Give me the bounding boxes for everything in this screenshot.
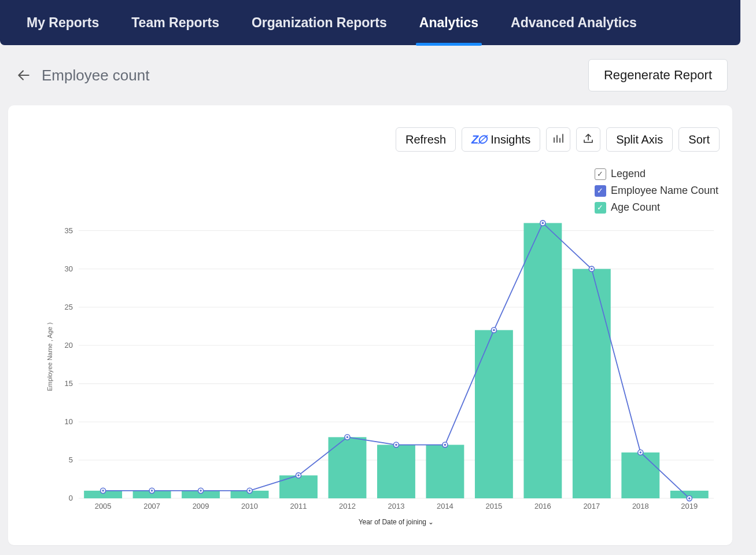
legend-toggle[interactable]: ✓ Legend <box>595 168 718 180</box>
svg-text:2005: 2005 <box>95 502 112 510</box>
page-header: Employee count Regenerate Report <box>0 45 740 105</box>
svg-point-38 <box>297 475 300 477</box>
page-title: Employee count <box>42 67 149 84</box>
svg-text:2019: 2019 <box>681 502 698 510</box>
export-icon <box>582 133 594 147</box>
svg-text:2015: 2015 <box>485 502 502 510</box>
zia-icon: Z∅ <box>471 133 486 146</box>
back-arrow-icon[interactable] <box>16 68 31 83</box>
svg-text:2012: 2012 <box>339 502 356 510</box>
svg-point-46 <box>493 329 495 332</box>
bar-chart-icon <box>552 133 564 147</box>
svg-text:2017: 2017 <box>583 502 600 510</box>
chart-area: 0510152025303520052007200920102011201220… <box>44 209 720 528</box>
svg-point-48 <box>542 222 544 225</box>
split-axis-button[interactable]: Split Axis <box>606 127 673 152</box>
legend-title: Legend <box>611 168 646 180</box>
chart-card: Refresh Z∅ Insights Split Axis Sort ✓ <box>8 105 732 545</box>
refresh-button[interactable]: Refresh <box>396 127 456 152</box>
chart-toolbar: Refresh Z∅ Insights Split Axis Sort <box>396 127 720 152</box>
svg-point-30 <box>102 490 104 492</box>
insights-label: Insights <box>491 133 530 146</box>
svg-point-44 <box>444 444 447 446</box>
svg-rect-24 <box>475 330 513 498</box>
svg-rect-26 <box>573 269 611 498</box>
svg-point-54 <box>688 497 691 499</box>
svg-text:Employee Name , Age ⟩: Employee Name , Age ⟩ <box>46 322 53 391</box>
svg-rect-25 <box>523 223 562 498</box>
sort-button[interactable]: Sort <box>678 127 720 152</box>
svg-text:25: 25 <box>64 303 72 311</box>
check-icon: ✓ <box>595 168 606 180</box>
legend-item-label: Employee Name Count <box>611 185 718 197</box>
svg-text:10: 10 <box>64 417 72 426</box>
svg-rect-27 <box>621 453 659 498</box>
svg-text:2010: 2010 <box>241 502 258 510</box>
nav-tab-organization-reports[interactable]: Organization Reports <box>252 1 387 45</box>
svg-text:30: 30 <box>64 264 72 273</box>
legend-item-employee-name-count[interactable]: ✓ Employee Name Count <box>595 185 718 197</box>
svg-point-36 <box>249 490 251 492</box>
svg-text:2018: 2018 <box>632 502 649 510</box>
svg-point-52 <box>640 451 642 454</box>
svg-point-34 <box>200 490 202 492</box>
svg-rect-22 <box>377 445 415 498</box>
svg-text:Year of Date of joining ⌄: Year of Date of joining ⌄ <box>359 518 434 526</box>
svg-text:2013: 2013 <box>388 502 405 510</box>
svg-text:2016: 2016 <box>534 502 551 510</box>
svg-rect-20 <box>279 475 318 498</box>
svg-text:2014: 2014 <box>437 502 453 510</box>
svg-text:35: 35 <box>64 226 72 235</box>
svg-text:2007: 2007 <box>143 502 160 510</box>
svg-text:2009: 2009 <box>193 502 209 510</box>
svg-point-32 <box>151 490 153 492</box>
svg-text:5: 5 <box>69 455 73 464</box>
svg-rect-23 <box>426 445 464 498</box>
svg-text:2011: 2011 <box>290 502 307 510</box>
svg-text:0: 0 <box>69 494 73 502</box>
svg-text:20: 20 <box>64 341 72 350</box>
nav-tab-team-reports[interactable]: Team Reports <box>131 1 219 45</box>
export-button[interactable] <box>576 127 600 152</box>
nav-tab-my-reports[interactable]: My Reports <box>27 1 99 45</box>
chart-type-button[interactable] <box>546 127 570 152</box>
nav-tab-advanced-analytics[interactable]: Advanced Analytics <box>511 1 637 45</box>
svg-point-50 <box>591 268 593 270</box>
regenerate-report-button[interactable]: Regenerate Report <box>588 59 728 91</box>
legend-swatch-icon: ✓ <box>595 185 606 197</box>
nav-tab-analytics[interactable]: Analytics <box>419 1 478 45</box>
svg-rect-21 <box>329 437 367 498</box>
svg-text:15: 15 <box>64 379 72 388</box>
svg-point-42 <box>395 444 397 446</box>
top-nav: My Reports Team Reports Organization Rep… <box>0 0 740 45</box>
svg-point-40 <box>346 436 349 439</box>
insights-button[interactable]: Z∅ Insights <box>462 127 540 152</box>
